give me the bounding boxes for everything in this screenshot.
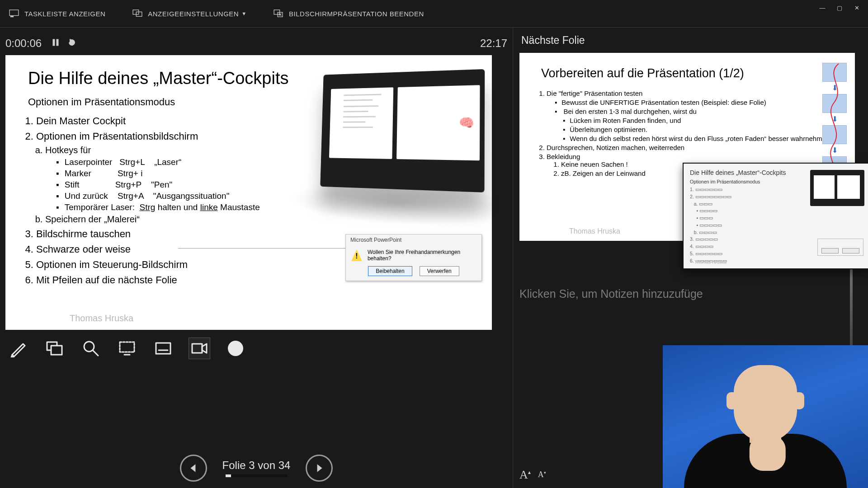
- list-item: Wenn du dich selbst reden hörst wirst du…: [563, 135, 837, 142]
- ink-annotation-dialog: Microsoft PowerPoint ! Wollen Sie Ihre F…: [345, 234, 482, 281]
- chevron-left-icon: [189, 463, 198, 473]
- wall-clock: 22:17: [480, 37, 507, 50]
- slide-footer: Thomas Hruska: [70, 313, 133, 324]
- monitor-illustration: 🧠: [320, 69, 485, 192]
- svg-marker-24: [190, 464, 195, 472]
- camera-icon: [190, 339, 208, 357]
- reset-timer-button[interactable]: [68, 38, 76, 48]
- minimize-button[interactable]: —: [814, 3, 831, 13]
- svg-marker-25: [317, 464, 322, 472]
- display-settings-label: ANZEIGEEINSTELLUNGEN: [148, 10, 239, 18]
- svg-rect-0: [9, 10, 19, 16]
- svg-rect-8: [53, 39, 55, 46]
- elapsed-time: 0:00:06: [5, 37, 42, 50]
- svg-rect-18: [192, 344, 202, 353]
- zoom-button[interactable]: [80, 338, 101, 359]
- presenter-tools: [8, 338, 507, 359]
- black-screen-button[interactable]: [117, 338, 137, 359]
- svg-point-22: [235, 347, 237, 350]
- more-options-button[interactable]: [225, 338, 246, 359]
- maximize-button[interactable]: ▢: [831, 3, 848, 13]
- brain-icon: 🧠: [459, 115, 474, 130]
- list-item: Durchsprechen, Notizen machen, weiterred…: [547, 144, 837, 151]
- svg-point-21: [231, 347, 233, 350]
- list-item: Die "fertige" Präsentation testen Bewuss…: [547, 89, 837, 142]
- slide-navigation: Folie 3 von 34: [0, 455, 513, 482]
- presenter-toolbar: TASKLEISTE ANZEIGEN ANZEIGEEINSTELLUNGEN…: [0, 0, 868, 28]
- callout-line: [178, 248, 354, 249]
- pen-icon: [9, 339, 28, 357]
- notes-font-controls: A▴ A▾: [519, 468, 546, 482]
- next-slide-pane: Nächste Folie Vorbereiten auf die Präsen…: [513, 27, 868, 488]
- close-button[interactable]: ✕: [848, 3, 865, 13]
- svg-rect-9: [57, 39, 58, 46]
- svg-line-13: [93, 350, 98, 356]
- subtitle-icon: [154, 339, 172, 357]
- list-item: Lücken im Roten Fanden finden, und: [563, 117, 837, 124]
- next-slide-header: Nächste Folie: [521, 34, 862, 47]
- notes-area[interactable]: Klicken Sie, um Notizen hinzuzufüge: [519, 287, 862, 300]
- list-item: Bewusst die UNFERTIGE Präsentation teste…: [555, 99, 837, 106]
- end-slideshow-button[interactable]: BILDSCHIRMPRÄSENTATION BEENDEN: [274, 9, 424, 18]
- timer-row: 0:00:06 22:17: [5, 36, 507, 51]
- display-settings-icon: [132, 9, 142, 18]
- list-item: Überleitungen optimieren.: [563, 126, 837, 133]
- see-all-slides-button[interactable]: [44, 338, 65, 359]
- chevron-down-icon: ▼: [241, 11, 246, 16]
- svg-rect-1: [10, 16, 14, 17]
- magnifier-icon: [82, 339, 100, 357]
- taskbar-icon: [9, 9, 19, 18]
- list-item: Bei den ersten 1-3 mal durchgehen, wirst…: [555, 108, 837, 142]
- current-slide[interactable]: Die Hilfe deines „Master“-Cockpits Optio…: [5, 55, 492, 330]
- decrease-font-button[interactable]: A▾: [538, 470, 546, 483]
- display-settings-button[interactable]: ANZEIGEEINSTELLUNGEN ▼: [132, 9, 246, 18]
- pip-current-slide: Die Hilfe deines „Master“-Cockpits Optio…: [683, 163, 868, 269]
- slide-progress-bar[interactable]: [226, 474, 287, 477]
- dialog-title: Microsoft PowerPoint: [346, 235, 481, 245]
- svg-rect-16: [156, 343, 170, 354]
- end-slideshow-label: BILDSCHIRMPRÄSENTATION BEENDEN: [289, 10, 424, 18]
- show-taskbar-label: TASKLEISTE ANZEIGEN: [24, 10, 105, 18]
- chevron-right-icon: [314, 463, 324, 473]
- more-icon: [226, 339, 245, 357]
- increase-font-button[interactable]: A▴: [519, 468, 531, 482]
- window-controls: — ▢ ✕: [814, 3, 865, 13]
- grid-icon: [46, 339, 64, 357]
- current-slide-pane: 0:00:06 22:17 Die Hilfe deines „Master“-…: [0, 27, 513, 488]
- svg-rect-14: [120, 342, 134, 352]
- webcam-feed[interactable]: [663, 345, 868, 488]
- slide-counter: Folie 3 von 34: [222, 459, 291, 472]
- svg-point-23: [238, 347, 241, 350]
- previous-slide-button[interactable]: [180, 455, 207, 482]
- camera-button[interactable]: [189, 338, 210, 359]
- svg-rect-11: [51, 346, 62, 355]
- flow-diagram: ⬇ ⬇ ⬇: [822, 63, 847, 175]
- next-slide-footer: Thomas Hruska: [569, 227, 620, 235]
- pause-timer-button[interactable]: [52, 38, 60, 48]
- dialog-text: Wollen Sie Ihre Freihandanmerkungen beha…: [368, 249, 476, 262]
- next-slide-button[interactable]: [306, 455, 333, 482]
- subtitle-button[interactable]: [153, 338, 174, 359]
- pen-tool-button[interactable]: [8, 338, 29, 359]
- next-slide-title: Vorbereiten auf die Präsentation (1/2): [541, 66, 837, 80]
- keep-ink-button[interactable]: Beibehalten: [368, 266, 412, 276]
- discard-ink-button[interactable]: Verwerfen: [420, 266, 459, 276]
- warning-icon: !: [351, 249, 362, 261]
- reset-icon: [68, 38, 76, 47]
- show-taskbar-button[interactable]: TASKLEISTE ANZEIGEN: [9, 9, 105, 18]
- pause-icon: [52, 38, 60, 47]
- black-screen-icon: [118, 339, 136, 357]
- end-show-icon: [274, 9, 283, 18]
- presenter-main: 0:00:06 22:17 Die Hilfe deines „Master“-…: [0, 27, 868, 488]
